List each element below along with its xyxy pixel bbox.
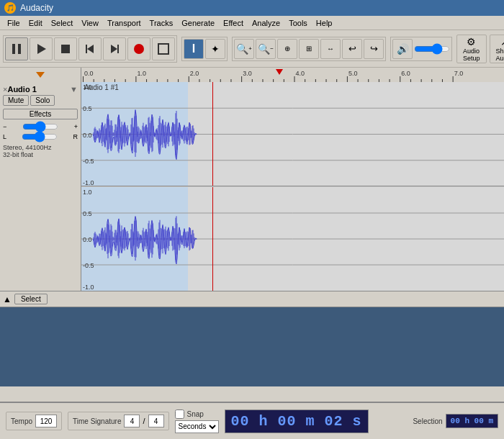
pan-row: L R [3, 132, 78, 141]
mute-button[interactable]: Mute [3, 95, 29, 106]
bottom-bar: Tempo Time Signature / Snap Seconds 00 h… [0, 402, 504, 439]
play-icon [34, 42, 48, 56]
track-bottom: ▲ Select [0, 291, 504, 307]
track-separator [81, 186, 504, 187]
snap-row: Snap [175, 409, 204, 419]
menu-edit[interactable]: Edit [24, 18, 47, 28]
waveform-container[interactable]: Audio 1 #1 [81, 82, 504, 291]
toolbar: I ✦ 🔍+ 🔍− ⊕ ⊞ ↔ ↩ ↪ 🔊 ⚙ Audio Setup ↗ Sh… [0, 30, 504, 68]
snap-checkbox[interactable] [175, 409, 184, 419]
track-arrow[interactable]: ▼ [70, 85, 78, 94]
prev-button[interactable] [78, 37, 102, 60]
track-controls: × Audio 1 ▼ Mute Solo Effects − + L R St… [0, 82, 81, 291]
volume-group: 🔊 [390, 37, 452, 61]
solo-button[interactable]: Solo [30, 95, 55, 106]
zoom-fit-button[interactable]: ⊞ [299, 39, 319, 59]
menu-generate[interactable]: Generate [177, 18, 219, 28]
next-icon [107, 42, 122, 56]
menu-select[interactable]: Select [47, 18, 78, 28]
share-audio-label: Share Audio [496, 47, 504, 62]
zoom-sel-button[interactable]: ⊕ [277, 39, 297, 59]
tools-group: I ✦ [181, 37, 228, 61]
gain-slider[interactable] [22, 122, 58, 131]
titlebar: 🎵 Audacity [0, 0, 504, 16]
redo-button[interactable]: ↪ [364, 39, 384, 59]
selection-label: Selection [413, 417, 442, 425]
ruler-left [0, 68, 81, 82]
share-audio-button[interactable]: ↗ Share Audio [490, 35, 504, 63]
playhead-bottom [212, 187, 213, 291]
tempo-control [35, 415, 57, 427]
seconds-select[interactable]: Seconds [175, 420, 219, 433]
waveform-bottom [81, 187, 504, 291]
menu-effect[interactable]: Effect [219, 18, 248, 28]
time-sig-group: Time Signature / [68, 412, 169, 430]
menu-file[interactable]: File [3, 18, 24, 28]
zoom-in-button[interactable]: 🔍+ [234, 39, 254, 59]
pan-slider[interactable] [22, 132, 58, 141]
play-button[interactable] [30, 37, 53, 60]
svg-marker-4 [87, 45, 94, 53]
menu-tracks[interactable]: Tracks [145, 18, 178, 28]
clip-label: Audio 1 #1 [84, 83, 119, 91]
svg-marker-2 [37, 44, 46, 54]
pan-right-label: R [73, 133, 78, 140]
record-button[interactable] [127, 37, 150, 60]
track-info-line1: Stereo, 44100Hz [3, 144, 78, 151]
track-header: × Audio 1 ▼ [3, 85, 78, 94]
effects-button[interactable]: Effects [3, 109, 78, 119]
svg-marker-6 [111, 45, 117, 53]
stop-button[interactable] [54, 37, 77, 60]
selection-display-value: 00 h 00 m [451, 417, 493, 425]
pan-left-label: L [3, 133, 6, 140]
ruler-playhead-triangle [276, 69, 283, 75]
zoom-width-button[interactable]: ↔ [320, 39, 341, 59]
menu-view[interactable]: View [77, 18, 103, 28]
svg-rect-9 [158, 44, 168, 54]
tempo-group: Tempo [6, 412, 62, 430]
collapse-arrow[interactable]: ▲ [3, 294, 12, 304]
zoom-group: 🔍+ 🔍− ⊕ ⊞ ↔ ↩ ↪ [232, 37, 386, 61]
menu-analyze[interactable]: Analyze [248, 18, 284, 28]
svg-rect-3 [61, 45, 70, 53]
track-row: × Audio 1 ▼ Mute Solo Effects − + L R St… [0, 82, 504, 291]
time-sig-label: Time Signature [73, 417, 121, 425]
time-sig-slash: / [143, 417, 145, 425]
gain-minus-icon: − [3, 123, 6, 130]
time-display: 00 h 00 m 02 s [225, 409, 369, 433]
menu-help[interactable]: Help [312, 18, 337, 28]
ruler-area[interactable] [81, 68, 504, 82]
playhead-top [212, 82, 213, 186]
menu-tools[interactable]: Tools [284, 18, 312, 28]
time-sig-den-input[interactable] [148, 415, 164, 427]
action-buttons: ⚙ Audio Setup ↗ Share Audio [456, 35, 504, 63]
svg-rect-5 [86, 45, 87, 53]
audio-setup-label: Audio Setup [463, 47, 480, 62]
menubar: File Edit Select View Transport Tracks G… [0, 16, 504, 30]
time-sig-num-input[interactable] [124, 415, 140, 427]
tracks-area: × Audio 1 ▼ Mute Solo Effects − + L R St… [0, 82, 504, 307]
pause-button[interactable] [5, 37, 28, 60]
empty-area [0, 307, 504, 386]
next-button[interactable] [103, 37, 126, 60]
left-triangle[interactable] [36, 72, 45, 78]
ruler-wrapper [0, 68, 504, 82]
menu-transport[interactable]: Transport [103, 18, 145, 28]
gain-row: − + [3, 122, 78, 131]
select-button[interactable]: Select [14, 294, 48, 304]
svg-rect-7 [117, 45, 119, 53]
envelope-tool-button[interactable]: ✦ [205, 39, 225, 59]
select-tool-button[interactable]: I [184, 39, 204, 59]
loop-button[interactable] [152, 37, 175, 60]
audio-setup-button[interactable]: ⚙ Audio Setup [456, 35, 487, 63]
record-icon [132, 42, 146, 56]
waveform-top-canvas [81, 82, 504, 186]
snap-group: Snap Seconds [175, 409, 219, 433]
volume-slider[interactable] [414, 45, 450, 53]
zoom-out-button[interactable]: 🔍− [256, 39, 276, 59]
undo-button[interactable]: ↩ [342, 39, 362, 59]
pause-icon [9, 42, 24, 56]
gain-plus-icon: + [74, 123, 78, 130]
tempo-input[interactable] [35, 415, 57, 427]
waveform-bottom-canvas [81, 187, 504, 291]
